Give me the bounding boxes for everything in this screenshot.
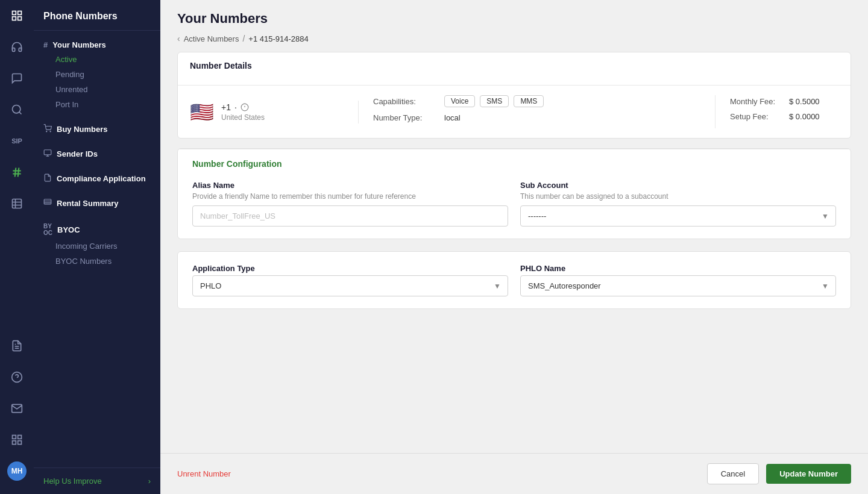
capabilities-section: Capabilities: Voice SMS MMS Number Type:… bbox=[373, 95, 715, 128]
sidebar-item-incoming-carriers[interactable]: Incoming Carriers bbox=[34, 239, 160, 254]
sidebar-group-compliance[interactable]: Compliance Application bbox=[34, 170, 160, 186]
content-area: ‹ Active Numbers / +1 415-914-2884 Numbe… bbox=[160, 34, 868, 453]
svg-rect-20 bbox=[44, 150, 51, 155]
sidebar-item-unrented[interactable]: Unrented bbox=[34, 82, 160, 97]
help-nav-icon[interactable] bbox=[7, 361, 27, 393]
icon-rail: SIP MH bbox=[0, 0, 34, 494]
main-header: Your Numbers bbox=[160, 0, 868, 34]
report-nav-icon[interactable] bbox=[7, 330, 27, 361]
svg-point-19 bbox=[50, 131, 51, 132]
number-flag-section: 🇺🇸 +1 · United States bbox=[190, 101, 359, 124]
sidebar-item-pending[interactable]: Pending bbox=[34, 67, 160, 82]
alias-name-group: Alias Name Provide a friendly Name to re… bbox=[192, 181, 508, 227]
svg-rect-2 bbox=[13, 17, 16, 20]
table-nav-icon[interactable] bbox=[0, 188, 34, 219]
sub-account-group: Sub Account This number can be assigned … bbox=[520, 181, 836, 227]
phlo-name-select-wrapper: SMS_Autoresponder Other ▼ bbox=[520, 275, 836, 296]
unrent-number-link[interactable]: Unrent Number bbox=[177, 469, 231, 478]
grid-nav-icon[interactable] bbox=[0, 0, 34, 31]
sidebar-group-compliance-icon bbox=[43, 174, 52, 184]
sidebar-group-sender-ids[interactable]: Sender IDs bbox=[34, 145, 160, 161]
number-type-value: local bbox=[444, 113, 461, 122]
page-title: Your Numbers bbox=[177, 11, 851, 27]
sidebar-section-rental-summary: Rental Summary bbox=[34, 189, 160, 213]
monthly-fee-label: Monthly Fee: bbox=[730, 97, 784, 106]
phlo-name-group: PHLO Name SMS_Autoresponder Other ▼ bbox=[520, 264, 836, 296]
capability-mms: MMS bbox=[514, 95, 544, 107]
number-info: +1 · United States bbox=[221, 102, 265, 122]
sidebar-group-rental-summary-icon bbox=[43, 198, 52, 208]
svg-rect-17 bbox=[18, 441, 22, 445]
svg-point-18 bbox=[46, 131, 47, 132]
number-country-code: +1 bbox=[221, 102, 231, 112]
sidebar: Phone Numbers # Your Numbers Active Pend… bbox=[34, 0, 160, 494]
sidebar-group-byoc-label: BYOC bbox=[57, 225, 80, 234]
headset-nav-icon[interactable] bbox=[0, 31, 34, 63]
sub-account-sublabel: This number can be assigned to a subacco… bbox=[520, 192, 836, 201]
number-details-title: Number Details bbox=[190, 61, 838, 70]
sidebar-item-port-in[interactable]: Port In bbox=[34, 97, 160, 112]
monthly-fee-row: Monthly Fee: $ 0.5000 bbox=[730, 97, 838, 106]
sidebar-item-byoc-numbers[interactable]: BYOC Numbers bbox=[34, 254, 160, 269]
chat-nav-icon[interactable] bbox=[0, 63, 34, 94]
svg-rect-0 bbox=[13, 11, 16, 15]
alias-name-label: Alias Name bbox=[192, 181, 508, 190]
sidebar-footer-arrow: › bbox=[148, 477, 151, 486]
application-type-select[interactable]: PHLO XML None bbox=[192, 275, 508, 296]
svg-rect-3 bbox=[18, 17, 22, 20]
sidebar-group-your-numbers-label: Your Numbers bbox=[52, 40, 106, 49]
breadcrumb-separator: / bbox=[242, 34, 245, 43]
svg-line-7 bbox=[15, 168, 16, 177]
svg-rect-1 bbox=[18, 11, 22, 15]
application-type-card: Application Type PHLO XML None ▼ PHLO Na… bbox=[177, 251, 851, 309]
sidebar-group-rental-summary[interactable]: Rental Summary bbox=[34, 195, 160, 211]
cancel-button[interactable]: Cancel bbox=[707, 463, 759, 484]
svg-rect-9 bbox=[13, 199, 22, 208]
sidebar-group-your-numbers-icon: # bbox=[43, 40, 48, 49]
breadcrumb-back-arrow[interactable]: ‹ bbox=[177, 34, 180, 43]
search-nav-icon[interactable] bbox=[0, 94, 34, 125]
footer-bar: Unrent Number Cancel Update Number bbox=[160, 453, 868, 494]
fees-section: Monthly Fee: $ 0.5000 Setup Fee: $ 0.000… bbox=[730, 97, 838, 127]
svg-rect-14 bbox=[13, 436, 16, 439]
breadcrumb: ‹ Active Numbers / +1 415-914-2884 bbox=[177, 34, 851, 43]
config-grid-top: Alias Name Provide a friendly Name to re… bbox=[192, 181, 836, 227]
capabilities-row: Capabilities: Voice SMS MMS bbox=[373, 95, 700, 107]
number-dot: · bbox=[234, 102, 237, 112]
hash-nav-icon[interactable] bbox=[0, 157, 34, 188]
svg-point-4 bbox=[13, 105, 20, 113]
phlo-name-select[interactable]: SMS_Autoresponder Other bbox=[520, 275, 836, 296]
sub-account-label: Sub Account bbox=[520, 181, 836, 190]
number-details-content: 🇺🇸 +1 · United States Capabilities: bbox=[178, 86, 851, 138]
sidebar-section-your-numbers: # Your Numbers Active Pending Unrented P… bbox=[34, 31, 160, 114]
number-info-icon bbox=[241, 103, 249, 111]
grid-bottom-nav-icon[interactable] bbox=[7, 424, 27, 455]
sidebar-group-rental-summary-label: Rental Summary bbox=[57, 199, 119, 208]
sidebar-group-your-numbers[interactable]: # Your Numbers bbox=[34, 37, 160, 52]
sub-account-select[interactable]: ------- bbox=[520, 205, 836, 227]
avatar[interactable]: MH bbox=[7, 455, 27, 487]
sidebar-group-byoc-icon: BYOC bbox=[43, 223, 52, 236]
application-type-group: Application Type PHLO XML None ▼ bbox=[192, 264, 508, 296]
sidebar-group-byoc[interactable]: BYOC BYOC bbox=[34, 219, 160, 239]
envelope-nav-icon[interactable] bbox=[7, 393, 27, 424]
sub-account-select-wrapper: ------- ▼ bbox=[520, 205, 836, 227]
sidebar-item-active[interactable]: Active bbox=[34, 52, 160, 67]
update-number-button[interactable]: Update Number bbox=[766, 464, 851, 484]
capability-sms: SMS bbox=[480, 95, 509, 107]
number-digits: +1 · bbox=[221, 102, 265, 112]
flag-emoji: 🇺🇸 bbox=[190, 101, 214, 124]
sidebar-section-sender-ids: Sender IDs bbox=[34, 139, 160, 164]
alias-name-input[interactable] bbox=[192, 205, 508, 227]
monthly-fee-value: $ 0.5000 bbox=[789, 97, 820, 106]
sip-nav-icon[interactable]: SIP bbox=[0, 125, 34, 157]
alias-name-sublabel: Provide a friendly Name to remember this… bbox=[192, 192, 508, 201]
application-type-select-wrapper: PHLO XML None ▼ bbox=[192, 275, 508, 296]
sidebar-title: Phone Numbers bbox=[34, 0, 160, 31]
sidebar-footer-help[interactable]: Help Us Improve › bbox=[34, 467, 160, 494]
breadcrumb-parent[interactable]: Active Numbers bbox=[184, 34, 239, 43]
sidebar-group-buy-numbers[interactable]: Buy Numbers bbox=[34, 120, 160, 137]
setup-fee-row: Setup Fee: $ 0.0000 bbox=[730, 112, 838, 121]
setup-fee-value: $ 0.0000 bbox=[789, 112, 820, 121]
footer-actions: Cancel Update Number bbox=[707, 463, 851, 484]
